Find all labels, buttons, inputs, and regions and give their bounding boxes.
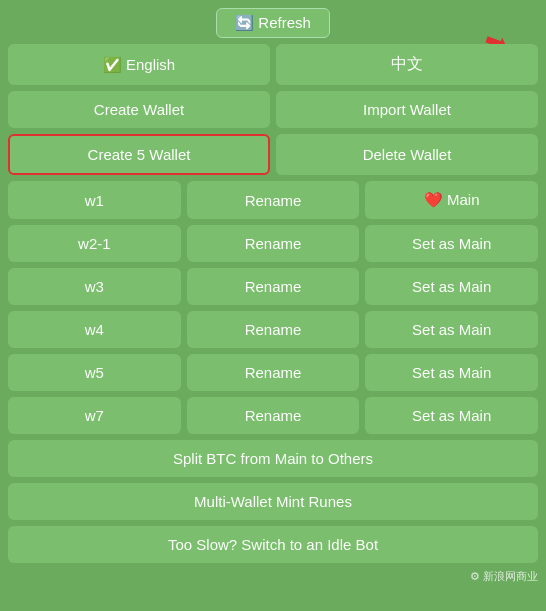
wallet-name-button[interactable]: w1: [8, 181, 181, 219]
table-row: w7RenameSet as Main: [8, 397, 538, 434]
footer-note: ⚙ 新浪网商业: [8, 569, 538, 584]
rename-button[interactable]: Rename: [187, 311, 360, 348]
refresh-label: Refresh: [258, 14, 311, 31]
rename-button[interactable]: Rename: [187, 397, 360, 434]
table-row: w4RenameSet as Main: [8, 311, 538, 348]
wallet-name-button[interactable]: w4: [8, 311, 181, 348]
set-as-main-button[interactable]: Set as Main: [365, 354, 538, 391]
import-wallet-button[interactable]: Import Wallet: [276, 91, 538, 128]
english-label: English: [126, 56, 175, 73]
delete-wallet-button[interactable]: Delete Wallet: [276, 134, 538, 175]
rename-button[interactable]: Rename: [187, 225, 360, 262]
set-as-main-button[interactable]: Set as Main: [365, 311, 538, 348]
mint-runes-section: Multi-Wallet Mint Runes: [8, 483, 538, 520]
wallet-list: w1Rename❤️ Mainw2-1RenameSet as Mainw3Re…: [8, 181, 538, 434]
refresh-icon: 🔄: [235, 14, 254, 31]
set-as-main-button[interactable]: Set as Main: [365, 225, 538, 262]
wallet-create5-delete-section: Create 5 Wallet Delete Wallet: [8, 134, 538, 175]
english-button[interactable]: ✅ English: [8, 44, 270, 85]
refresh-button[interactable]: 🔄 Refresh: [216, 8, 330, 38]
wallet-name-button[interactable]: w5: [8, 354, 181, 391]
rename-button[interactable]: Rename: [187, 268, 360, 305]
rename-button[interactable]: Rename: [187, 181, 360, 219]
refresh-section: 🔄 Refresh: [8, 8, 538, 38]
idle-bot-section: Too Slow? Switch to an Idle Bot: [8, 526, 538, 563]
create5-wallet-button[interactable]: Create 5 Wallet: [8, 134, 270, 175]
wallet-create-import-section: Create Wallet Import Wallet: [8, 91, 538, 128]
set-as-main-button[interactable]: Set as Main: [365, 268, 538, 305]
wallet-name-button[interactable]: w2-1: [8, 225, 181, 262]
split-btc-button[interactable]: Split BTC from Main to Others: [8, 440, 538, 477]
table-row: w2-1RenameSet as Main: [8, 225, 538, 262]
wallet-name-button[interactable]: w7: [8, 397, 181, 434]
wallet-name-button[interactable]: w3: [8, 268, 181, 305]
chinese-button-container: ➡ 中文: [276, 44, 538, 85]
table-row: w3RenameSet as Main: [8, 268, 538, 305]
table-row: w1Rename❤️ Main: [8, 181, 538, 219]
mint-runes-button[interactable]: Multi-Wallet Mint Runes: [8, 483, 538, 520]
chinese-button[interactable]: 中文: [276, 44, 538, 85]
split-btc-section: Split BTC from Main to Others: [8, 440, 538, 477]
create-wallet-button[interactable]: Create Wallet: [8, 91, 270, 128]
english-icon: ✅: [103, 56, 122, 73]
idle-bot-button[interactable]: Too Slow? Switch to an Idle Bot: [8, 526, 538, 563]
rename-button[interactable]: Rename: [187, 354, 360, 391]
table-row: w5RenameSet as Main: [8, 354, 538, 391]
set-as-main-button[interactable]: Set as Main: [365, 397, 538, 434]
main-badge[interactable]: ❤️ Main: [365, 181, 538, 219]
language-section: ✅ English ➡ 中文: [8, 44, 538, 85]
chinese-label: 中文: [391, 55, 423, 72]
